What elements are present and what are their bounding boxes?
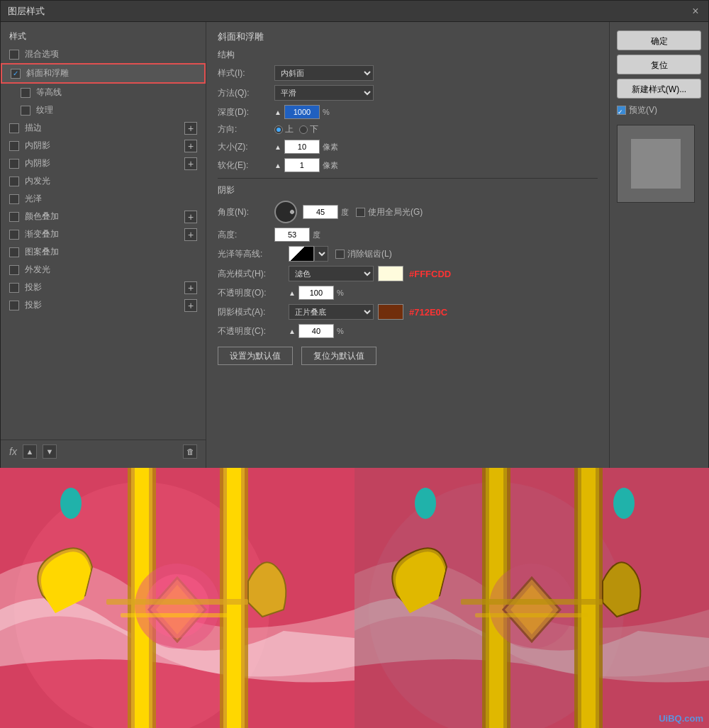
bottom-image-area: UiBQ.com [0,468,709,728]
angle-dial[interactable] [274,201,297,223]
right-panel: 确定 复位 新建样式(W)... ✓ 预览(V) [609,22,708,469]
direction-up-radio[interactable] [274,125,283,134]
gloss-dropdown[interactable] [314,246,328,262]
depth-row: 深度(D): ▲ % [218,105,598,119]
direction-down-radio[interactable] [299,125,308,134]
preview-inner [631,139,681,189]
shadow-opacity-input[interactable] [298,324,334,338]
gloss-preview[interactable] [289,246,314,262]
layer-item-texture[interactable]: 纹理 [1,101,206,119]
svg-rect-34 [475,613,588,617]
dropshadow1-plus[interactable]: + [184,281,197,294]
reset-default-button[interactable]: 复位为默认值 [301,347,376,365]
image-left-half [0,468,354,728]
patternoverlay-checkbox[interactable] [9,247,19,257]
angle-unit: 度 [341,207,349,218]
highlight-color-swatch[interactable] [378,266,403,281]
delete-button[interactable]: 🗑 [183,444,197,459]
layer-item-innershadow2[interactable]: 内阴影 + [1,155,206,172]
left-panel: 样式 混合选项 斜面和浮雕 等高线 纹理 [1,22,206,469]
highlight-opacity-arrow[interactable]: ▲ [289,289,296,297]
styles-header: 样式 [1,28,206,45]
highlight-mode-select[interactable]: 滤色 [289,266,374,281]
stroke-checkbox[interactable] [9,123,19,133]
highlight-color-label: #FFFCDD [409,269,451,279]
layer-item-contour[interactable]: 等高线 [1,84,206,101]
layer-style-dialog: 图层样式 × 样式 混合选项 斜面和浮雕 等高线 [0,0,709,468]
innershadow1-plus[interactable]: + [184,140,197,152]
layer-item-innershadow1[interactable]: 内阴影 + [1,137,206,155]
dropshadow2-checkbox[interactable] [9,301,19,310]
method-select[interactable]: 平滑 [274,85,374,101]
new-style-button[interactable]: 新建样式(W)... [617,79,701,99]
blending-label: 混合选项 [25,48,59,60]
global-light-checkbox[interactable] [356,208,365,217]
gradientoverlay-plus[interactable]: + [184,228,197,241]
innershadow2-plus[interactable]: + [184,157,197,170]
set-default-button[interactable]: 设置为默认值 [218,347,293,365]
soften-arrow[interactable]: ▲ [274,162,281,169]
soften-input[interactable] [284,158,320,172]
size-input[interactable] [284,140,320,154]
gradientoverlay-checkbox[interactable] [9,230,19,240]
ok-button[interactable]: 确定 [617,30,701,50]
layer-item-stroke[interactable]: 描边 + [1,119,206,137]
down-button[interactable]: ▼ [43,444,57,459]
layer-item-dropshadow1[interactable]: 投影 + [1,279,206,296]
shadow-title: 阴影 [218,184,598,196]
layer-item-gradientoverlay[interactable]: 渐变叠加 + [1,225,206,243]
reset-button[interactable]: 复位 [617,55,701,74]
anti-alias-row: 消除锯齿(L) [335,248,392,260]
bevel-checkbox[interactable] [11,69,21,79]
layer-item-blending[interactable]: 混合选项 [1,45,206,63]
watermark-text: UiBQ.com [659,713,703,724]
preview-row: ✓ 预览(V) [617,104,701,116]
layer-item-outerglow[interactable]: 外发光 [1,261,206,279]
preview-label: 预览(V) [629,104,657,116]
depth-slider-arrow[interactable]: ▲ [274,108,281,116]
coloroverlay-checkbox[interactable] [9,212,19,222]
title-bar: 图层样式 × [1,1,708,22]
highlight-opacity-input[interactable] [298,286,334,300]
close-button[interactable]: × [690,6,701,17]
svg-point-26 [415,488,436,519]
size-arrow[interactable]: ▲ [274,143,281,151]
contour-checkbox[interactable] [21,88,30,98]
texture-checkbox[interactable] [21,106,30,116]
angle-dot [289,209,295,215]
up-button[interactable]: ▲ [23,444,37,459]
coloroverlay-plus[interactable]: + [184,211,197,223]
depth-input[interactable] [284,105,320,119]
shadow-opacity-arrow[interactable]: ▲ [289,327,296,335]
altitude-input[interactable] [274,228,310,242]
dropshadow1-checkbox[interactable] [9,283,19,293]
highlight-opacity-unit: % [337,289,344,297]
direction-up-item[interactable]: 上 [274,123,294,135]
layer-item-satin[interactable]: 光泽 [1,190,206,208]
innerglow-checkbox[interactable] [9,177,19,186]
layer-item-coloroverlay[interactable]: 颜色叠加 + [1,208,206,225]
global-light-row: 使用全局光(G) [356,206,423,218]
preview-checkbox[interactable]: ✓ [617,106,626,115]
style-select[interactable]: 内斜面 [274,65,374,81]
direction-label: 方向: [218,123,274,135]
layer-item-bevel[interactable]: 斜面和浮雕 [1,63,206,84]
direction-down-item[interactable]: 下 [299,123,318,135]
dropshadow2-plus[interactable]: + [184,299,197,312]
svg-rect-7 [227,468,241,728]
outerglow-checkbox[interactable] [9,265,19,275]
layer-item-dropshadow2[interactable]: 投影 + [1,296,206,314]
anti-alias-checkbox[interactable] [335,250,345,259]
shadow-opacity-unit: % [337,327,344,335]
innershadow1-label: 内阴影 [25,140,50,152]
innershadow1-checkbox[interactable] [9,141,19,151]
shadow-mode-select[interactable]: 正片叠底 [289,304,374,320]
stroke-plus[interactable]: + [184,122,197,135]
satin-checkbox[interactable] [9,194,19,204]
blending-checkbox[interactable] [9,50,19,60]
innershadow2-checkbox[interactable] [9,159,19,169]
angle-input[interactable] [303,205,338,219]
shadow-color-swatch[interactable] [378,304,403,320]
layer-item-patternoverlay[interactable]: 图案叠加 [1,243,206,261]
layer-item-innerglow[interactable]: 内发光 [1,172,206,190]
